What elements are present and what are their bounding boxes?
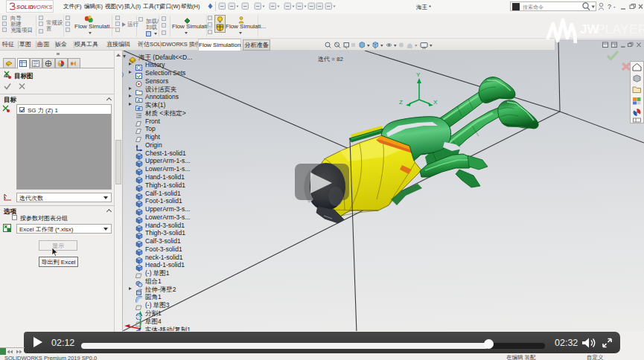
- svg-text:X: X: [433, 99, 438, 106]
- svg-text:?: ?: [608, 3, 611, 10]
- svg-text:PLAYER: PLAYER: [596, 22, 644, 36]
- svg-text:WORKS: WORKS: [31, 4, 52, 10]
- svg-text:Z: Z: [399, 99, 403, 106]
- svg-text:Y: Y: [416, 71, 421, 78]
